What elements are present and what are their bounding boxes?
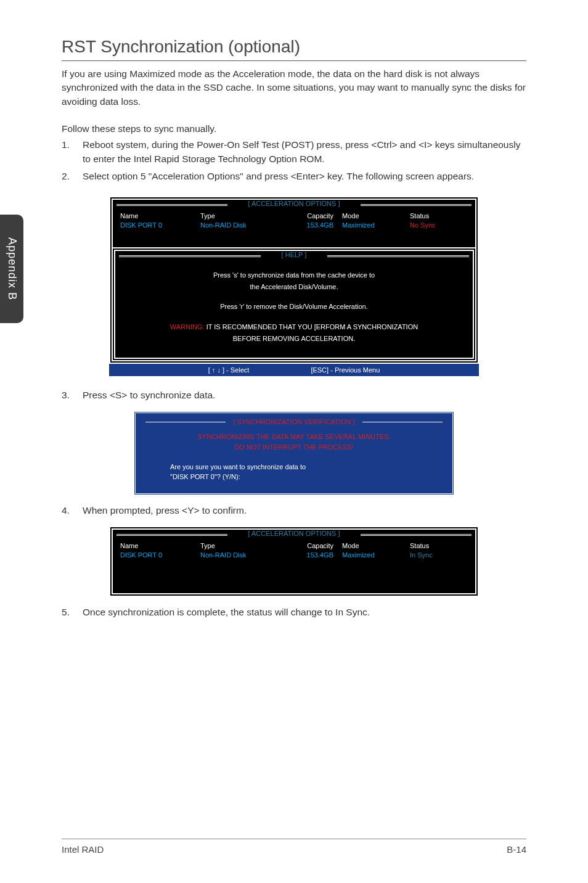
bios-footer-select: [ ↑ ↓ ] - Select xyxy=(208,366,250,374)
bios-help-title: [ HELP ] xyxy=(115,251,473,260)
follow-text: Follow these steps to sync manually. xyxy=(62,123,526,134)
bios2-table-header: Name Type Capacity Mode Status xyxy=(120,542,468,549)
footer-section: Intel RAID xyxy=(62,844,104,855)
step-1: Reboot system, during the Power-On Self … xyxy=(62,138,526,166)
bios-table-header: Name Type Capacity Mode Status xyxy=(120,212,468,220)
footer-page-number: B-14 xyxy=(507,844,526,855)
bios-acceleration-options-insync: [ ACCELERATION OPTIONS ] Name Type Capac… xyxy=(109,526,479,597)
step-3: Press <S> to synchronize data. xyxy=(62,388,526,402)
step-5: Once synchronization is complete, the st… xyxy=(62,606,526,619)
step-2: Select option 5 "Acceleration Options" a… xyxy=(62,170,526,183)
sync-verification-dialog: [ SYNCHRONIZATION VERIFICATION ] SYNCHRO… xyxy=(134,411,454,495)
page-footer: Intel RAID B-14 xyxy=(62,839,526,855)
bios-acceleration-options-screen: [ ACCELERATION OPTIONS ] Name Type Capac… xyxy=(109,196,479,376)
intro-paragraph: If you are using Maximized mode as the A… xyxy=(62,67,526,109)
bios2-table-row: DISK PORT 0 Non-RAID Disk 153.4GB Maximi… xyxy=(120,551,468,559)
bios-footer-bar: [ ↑ ↓ ] - Select [ESC] - Previous Menu xyxy=(109,364,479,376)
step-4: When prompted, press <Y> to confirm. xyxy=(62,504,526,517)
sync-confirm-prompt: Are you sure you want to synchronize dat… xyxy=(145,462,443,482)
page-title: RST Synchronization (optional) xyxy=(62,37,526,61)
bios-table-row: DISK PORT 0 Non-RAID Disk 153.4GB Maximi… xyxy=(120,221,468,229)
sync-warning-text: SYNCHRONIZING THE DATA MAY TAKE SEVERAL … xyxy=(145,432,443,453)
bios2-section-title: [ ACCELERATION OPTIONS ] xyxy=(113,530,475,538)
bios-section-title: [ ACCELERATION OPTIONS ] xyxy=(113,200,475,208)
bios-footer-esc: [ESC] - Previous Menu xyxy=(311,366,380,374)
sync-verify-title: [ SYNCHRONIZATION VERIFICATION ] xyxy=(145,418,443,425)
bios-help-content: Press 's' to synchronize data from the c… xyxy=(115,260,473,358)
